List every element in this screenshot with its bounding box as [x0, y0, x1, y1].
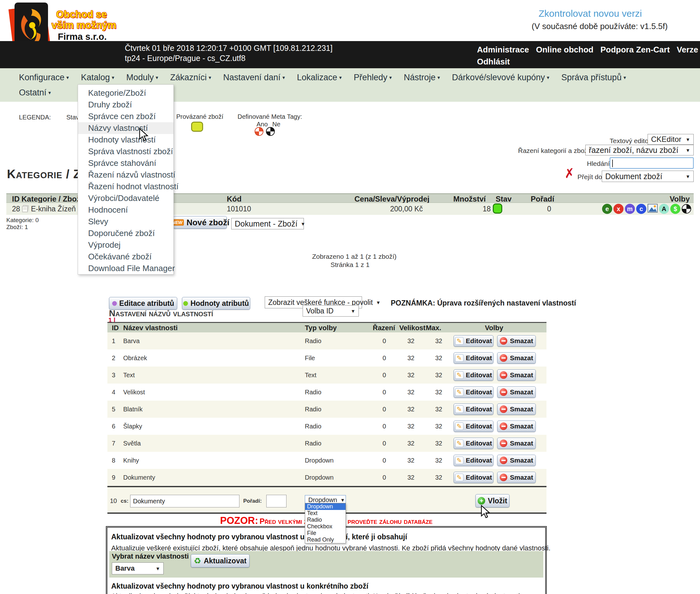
type-option-radio[interactable]: Radio — [305, 517, 345, 523]
menu-item-druhy-zbozi[interactable]: Druhy zboží — [78, 99, 173, 110]
select-attribute-select[interactable]: Barva ▼ — [112, 562, 164, 574]
menu-item-razeni-hodnot-vlastnosti[interactable]: Řazení hodnot vlastností — [78, 181, 173, 192]
delete-button-row-4[interactable]: Smazat — [497, 387, 536, 398]
menu-item-spravce-stahovani[interactable]: Správce stahování — [78, 157, 173, 169]
header-link-podpora-zen-cart[interactable]: Podpora Zen-Cart — [600, 45, 670, 55]
store-logo[interactable]: Obchod se vším možným Firma s.r.o. — [0, 0, 114, 41]
edit-button-row-6[interactable]: ✎Editovat — [454, 421, 493, 432]
menu-item-slevy[interactable]: Slevy — [78, 216, 173, 228]
edit-attributes-button[interactable]: Editace atributů — [109, 297, 177, 310]
search-input[interactable] — [610, 157, 694, 169]
nav-item-katalog[interactable]: Katalog▾ — [81, 73, 114, 82]
header-link-online-obchod[interactable]: Online obchod — [536, 45, 594, 55]
attr-sort: 0 — [382, 440, 386, 447]
nav-item-darkove-slevove-kupony[interactable]: Dárkové/slevové kupóny▾ — [452, 73, 549, 82]
edit-button-row-7[interactable]: ✎Editovat — [454, 438, 493, 449]
text-editor-select[interactable]: CKEditor ▼ — [647, 134, 694, 145]
attr-name: Text — [123, 371, 135, 379]
nav-item-konfigurace[interactable]: Konfigurace▾ — [19, 73, 69, 82]
nav-item-nastroje[interactable]: Nástroje▾ — [404, 73, 440, 82]
header-link-odhlasit[interactable]: Odhlásit — [477, 57, 510, 67]
delete-button-row-3[interactable]: Smazat — [497, 369, 536, 381]
goto-value: Dokument zboží — [605, 172, 662, 181]
move-icon[interactable]: m — [625, 204, 635, 214]
menu-item-doporucene-zbozi[interactable]: Doporučené zboží — [78, 228, 173, 239]
meta-no-icon — [266, 127, 275, 136]
menu-item-nazvy-vlastnosti[interactable]: Názvy vlastností — [78, 122, 173, 134]
copy-icon[interactable]: c — [636, 204, 646, 214]
nav-item-prehledy[interactable]: Přehledy▾ — [354, 73, 392, 82]
type-option-dropdown[interactable]: Dropdown — [305, 503, 345, 510]
nav-item-sprava-pristupu[interactable]: Správa přístupů▾ — [561, 73, 626, 82]
status-active-icon[interactable] — [493, 203, 502, 213]
edit-button-row-2[interactable]: ✎Editovat — [454, 352, 493, 364]
type-option-text[interactable]: Text — [305, 510, 345, 517]
attr-name: Knihy — [123, 457, 139, 464]
image-icon[interactable] — [647, 204, 658, 214]
check-new-version-link[interactable]: Zkontrolovat novou verzi — [539, 8, 642, 19]
delete-button-row-9[interactable]: Smazat — [497, 472, 536, 483]
header-link-verze[interactable]: Verze — [677, 45, 698, 55]
goto-select[interactable]: Dokument zboží ▼ — [602, 171, 694, 182]
nav-item-zakaznici[interactable]: Zákazníci▾ — [170, 73, 211, 82]
attribute-name-input[interactable]: Dokumenty — [130, 495, 239, 507]
edit-button-row-9[interactable]: ✎Editovat — [454, 472, 493, 483]
pencil-icon: ✎ — [455, 439, 463, 447]
delete-button-row-8[interactable]: Smazat — [497, 455, 536, 466]
attributes-icon[interactable]: A — [659, 204, 669, 214]
menu-item-vyrobci-dodavatele[interactable]: Výrobci/Dodavatelé — [78, 192, 173, 204]
header-link-administrace[interactable]: Administrace — [477, 45, 529, 55]
mouse-cursor — [139, 128, 150, 143]
delete-button-row-6[interactable]: Smazat — [497, 421, 536, 432]
reset-x-icon[interactable]: ✗ — [564, 165, 575, 181]
price-icon[interactable]: $ — [670, 204, 680, 214]
metatags-icon[interactable] — [682, 204, 691, 213]
product-name[interactable]: E-kniha Žízeň — [31, 205, 76, 213]
menu-item-sprava-vlastnosti-zbozi[interactable]: Správa vlastností zboží — [78, 146, 173, 157]
results-page-line: Stránka 1 z 1 — [312, 261, 388, 269]
menu-item-download-file-manager[interactable]: Download File Manager — [78, 263, 173, 274]
attr-size: 32 — [407, 371, 414, 379]
edit-button-row-4[interactable]: ✎Editovat — [454, 387, 493, 398]
delete-button-row-7[interactable]: Smazat — [497, 438, 536, 449]
menu-item-vyprodej[interactable]: Výprodej — [78, 239, 173, 251]
edit-button-row-8[interactable]: ✎Editovat — [454, 455, 493, 466]
category-sort-select[interactable]: řazení zboží, názvu zboží ▼ — [585, 145, 694, 156]
update-button[interactable]: ♻ Aktualizovat — [191, 554, 249, 567]
menu-item-hodnoty-vlastnosti[interactable]: Hodnoty vlastností — [78, 134, 173, 146]
delete-icon[interactable]: x — [613, 204, 624, 214]
menu-item-razeni-nazvu-vlastnosti[interactable]: Řazení názvů vlastností — [78, 169, 173, 181]
type-option-read-only[interactable]: Read Only — [305, 536, 345, 543]
edit-button-row-3[interactable]: ✎Editovat — [454, 369, 493, 381]
edit-button-row-1[interactable]: ✎Editovat — [454, 335, 493, 346]
menu-item-spravce-cen-zbozi[interactable]: Správce cen zboží — [78, 110, 173, 122]
menu-item-kategorie-zbozi[interactable]: Kategorie/Zboží — [78, 87, 173, 99]
warning-text: Před velkými změnami vždy proveďte záloh… — [260, 517, 432, 525]
attribute-sort-select[interactable]: Volba ID ▼ — [303, 305, 359, 317]
attr-type: Radio — [305, 406, 321, 413]
delete-button-row-5[interactable]: Smazat — [497, 403, 536, 415]
new-attr-id: 10 — [110, 497, 117, 504]
attribute-values-button[interactable]: Hodnoty atributů — [182, 297, 250, 310]
copy-to-select[interactable]: Dokument - Zboží ▼ — [231, 218, 304, 229]
acol-size: Velikost — [399, 324, 426, 332]
attr-size: 32 — [407, 440, 414, 447]
delete-button-row-1[interactable]: Smazat — [497, 335, 536, 346]
menu-item-ocekavane-zbozi[interactable]: Očekávané zboží — [78, 251, 173, 263]
edit-button-row-5[interactable]: ✎Editovat — [454, 403, 493, 415]
menu-item-hodnoceni[interactable]: Hodnocení — [78, 204, 173, 216]
delete-button-row-2[interactable]: Smazat — [497, 352, 536, 364]
chevron-down-icon: ▾ — [339, 74, 342, 80]
text-editor-value: CKEditor — [651, 135, 681, 144]
nav-item-lokalizace[interactable]: Lokalizace▾ — [297, 73, 342, 82]
nav-item-moduly[interactable]: Moduly▾ — [126, 73, 158, 82]
edit-icon[interactable]: e — [602, 204, 612, 214]
new-product-button[interactable]: NEW Nové zboží — [173, 216, 227, 229]
type-option-checkbox[interactable]: Checkbox — [305, 523, 345, 530]
type-option-file[interactable]: File — [305, 530, 345, 536]
nav-item-ostatni[interactable]: Ostatní ▾ — [19, 88, 51, 98]
attribute-order-input[interactable] — [266, 495, 287, 507]
edit-label: Editovat — [466, 474, 492, 481]
select-arrow-icon: ▼ — [376, 300, 381, 305]
nav-item-nastaveni-dani[interactable]: Nastavení daní▾ — [223, 73, 285, 82]
